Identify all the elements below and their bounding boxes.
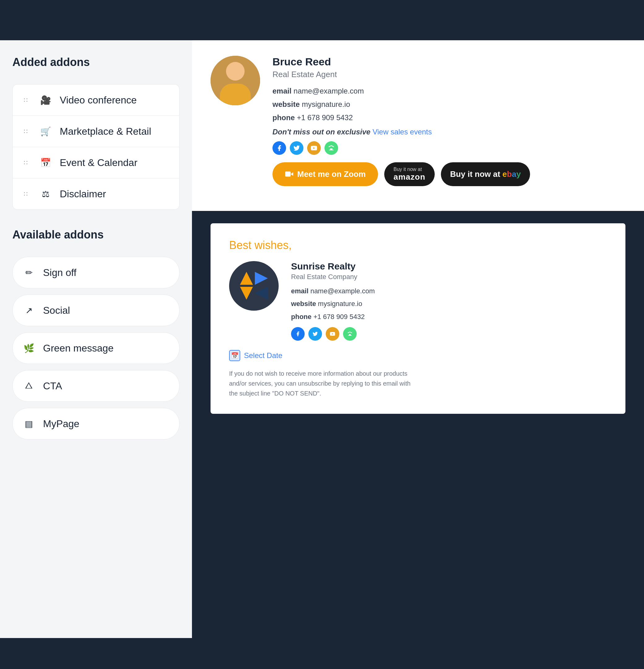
company-email-label: email — [291, 287, 309, 295]
twitter-icon[interactable] — [290, 141, 303, 155]
company-website-label: website — [291, 300, 316, 308]
company-houzz-icon[interactable] — [343, 327, 357, 341]
company-type: Real Estate Company — [291, 273, 607, 281]
bottom-bar — [0, 638, 644, 669]
youtube-icon[interactable] — [307, 141, 321, 155]
added-addons-title: Added addons — [12, 56, 180, 69]
sig-phone: +1 678 909 5432 — [297, 113, 353, 122]
calendar-icon: 📅 — [229, 350, 240, 361]
event-calendar-icon: 📅 — [39, 156, 52, 169]
ebay-button[interactable]: Buy it now at ebay — [441, 162, 530, 186]
company-detail: email name@example.com website mysignatu… — [291, 285, 607, 323]
svg-point-14 — [24, 195, 25, 196]
select-date-button[interactable]: 📅 Select Date — [229, 350, 607, 361]
signature-preview-top: Bruce Reed Real Estate Agent email name@… — [192, 40, 644, 211]
company-youtube-icon[interactable] — [326, 327, 339, 341]
drag-handle-marketplace[interactable] — [22, 128, 29, 135]
svg-rect-16 — [285, 172, 291, 176]
video-conference-label: Video conference — [60, 95, 137, 106]
addon-green-message[interactable]: 🌿 Green message — [12, 332, 180, 364]
social-icons — [272, 141, 626, 155]
social-icon: ↗ — [22, 303, 35, 317]
mypage-icon: ▤ — [22, 417, 35, 430]
company-twitter-icon[interactable] — [309, 327, 322, 341]
svg-point-7 — [27, 132, 28, 133]
amazon-button[interactable]: Buy it now at amazon — [384, 162, 435, 186]
company-logo — [229, 261, 278, 311]
addon-video-conference[interactable]: 🎥 Video conference — [12, 84, 180, 115]
drag-handle-video[interactable] — [22, 96, 29, 104]
cta-buttons: Meet me on Zoom Buy it now at amazon Buy… — [272, 162, 626, 186]
marketplace-label: Marketplace & Retail — [60, 126, 151, 137]
avatar-inner — [211, 56, 260, 105]
svg-point-6 — [24, 132, 25, 133]
drag-handle-event[interactable] — [22, 159, 29, 166]
sig-website: mysignature.io — [302, 100, 350, 109]
svg-point-3 — [27, 101, 28, 102]
svg-point-2 — [24, 101, 25, 102]
addon-mypage[interactable]: ▤ MyPage — [12, 408, 180, 440]
svg-point-4 — [24, 130, 25, 131]
sig-person: Bruce Reed Real Estate Agent email name@… — [211, 56, 626, 186]
ebay-label: Buy it now at ebay — [450, 169, 521, 179]
right-panel: Bruce Reed Real Estate Agent email name@… — [192, 40, 644, 638]
addon-disclaimer[interactable]: ⚖ Disclaimer — [12, 178, 180, 210]
diamond-br — [255, 287, 268, 300]
zoom-button-label: Meet me on Zoom — [297, 169, 366, 179]
svg-point-0 — [24, 99, 25, 99]
company-sig: Sunrise Realty Real Estate Company email… — [229, 261, 607, 341]
disclaimer-text: If you do not wish to receive more infor… — [229, 369, 415, 398]
addon-event-calendar[interactable]: 📅 Event & Calendar — [12, 147, 180, 178]
company-phone: +1 678 909 5432 — [313, 313, 365, 321]
amazon-brand-text: amazon — [393, 172, 426, 182]
email-label: email — [272, 87, 291, 95]
social-label: Social — [43, 305, 70, 316]
company-facebook-icon[interactable] — [291, 327, 305, 341]
addon-marketplace-retail[interactable]: 🛒 Marketplace & Retail — [12, 115, 180, 147]
svg-point-11 — [27, 163, 28, 165]
houzz-icon[interactable] — [325, 141, 338, 155]
addon-sign-off[interactable]: ✏ Sign off — [12, 257, 180, 288]
addon-cta[interactable]: CTA — [12, 370, 180, 402]
green-message-icon: 🌿 — [22, 341, 35, 355]
diamond-tl — [240, 272, 253, 285]
diamond-logo — [240, 272, 268, 300]
person-body — [220, 84, 251, 105]
promo-text: Don't miss out on exclusive — [272, 128, 370, 136]
company-phone-label: phone — [291, 313, 312, 321]
greeting: Best wishes, — [229, 239, 607, 252]
available-addons-section: Available addons ✏ Sign off ↗ Social 🌿 G… — [12, 228, 180, 440]
amazon-logo: Buy it now at amazon — [393, 167, 426, 182]
svg-point-9 — [27, 161, 28, 162]
addon-social[interactable]: ↗ Social — [12, 295, 180, 326]
drag-handle-disclaimer[interactable] — [22, 190, 29, 198]
available-addons-list: ✏ Sign off ↗ Social 🌿 Green message — [12, 257, 180, 440]
sig-promo: Don't miss out on exclusive View sales e… — [272, 128, 626, 136]
company-social-icons — [291, 327, 607, 341]
email-card: Best wishes, Sunrise Realty — [211, 223, 626, 414]
avatar — [211, 56, 260, 105]
website-label: website — [272, 100, 300, 109]
company-email: name@example.com — [310, 287, 375, 295]
company-website: mysignature.io — [318, 300, 362, 308]
left-panel: Added addons 🎥 Video conference 🛒 Market… — [0, 40, 192, 638]
main-content: Added addons 🎥 Video conference 🛒 Market… — [0, 40, 644, 638]
cta-label: CTA — [43, 380, 62, 392]
sign-off-label: Sign off — [43, 267, 76, 279]
promo-link[interactable]: View sales events — [372, 128, 432, 136]
sig-detail: email name@example.com website mysignatu… — [272, 84, 626, 125]
svg-point-10 — [24, 163, 25, 165]
svg-point-12 — [24, 193, 25, 193]
diamond-tr — [255, 272, 268, 285]
facebook-icon[interactable] — [272, 141, 286, 155]
zoom-button[interactable]: Meet me on Zoom — [272, 162, 378, 186]
sig-email: name@example.com — [294, 87, 364, 95]
svg-point-15 — [27, 195, 28, 196]
svg-point-1 — [27, 99, 28, 99]
added-addons-list: 🎥 Video conference 🛒 Marketplace & Retai… — [12, 84, 180, 210]
disclaimer-icon: ⚖ — [39, 187, 52, 201]
cta-icon — [22, 379, 35, 393]
sig-person-name: Bruce Reed — [272, 56, 626, 68]
video-conference-icon: 🎥 — [39, 93, 52, 107]
person-head — [226, 62, 245, 81]
